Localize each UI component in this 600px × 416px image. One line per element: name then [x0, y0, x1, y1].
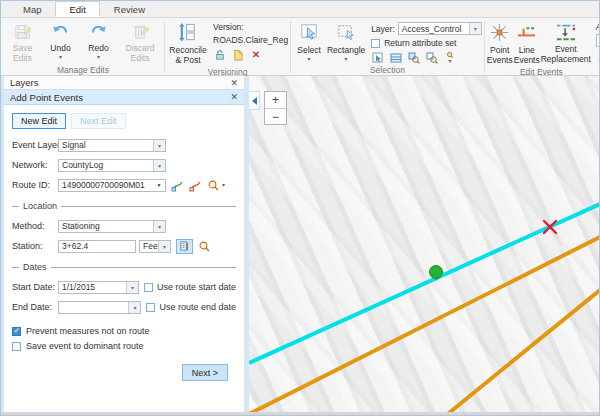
map-canvas[interactable] [249, 76, 600, 414]
group-versioning: Reconcile & Post Version: ROADS.Claire_R… [165, 19, 290, 75]
panel-title-bar[interactable]: Add Point Events ✕ [4, 90, 244, 105]
panel-body: New Edit Next Edit Event Layer: Signal ▾… [4, 105, 244, 381]
location-section-label: Location [23, 201, 57, 211]
use-route-end-date-checkbox[interactable] [146, 303, 155, 312]
station-units-select[interactable]: Feet ▾ [139, 240, 171, 253]
layer-select[interactable]: Access_Control ▾ [398, 22, 482, 35]
collapse-panel-button[interactable] [249, 91, 260, 110]
chevron-down-icon[interactable]: ▾ [128, 302, 140, 313]
end-date-label: End Date: [12, 302, 58, 312]
select-by-shape-icon[interactable] [371, 51, 385, 64]
tab-review[interactable]: Review [100, 1, 159, 17]
start-date-select[interactable]: 1/1/2015 ▾ [58, 281, 139, 294]
station-row: Station: 3+62.4 Feet ▾ [12, 239, 236, 253]
rectangle-dropdown-caret[interactable]: ▾ [345, 57, 348, 62]
road-orange-line-2[interactable] [444, 290, 600, 414]
attribute-set-label: Attribute Set: [596, 22, 600, 32]
tab-edit[interactable]: Edit [55, 1, 99, 17]
start-date-label: Start Date: [12, 282, 58, 292]
undo-dropdown-caret[interactable]: ▾ [59, 55, 62, 60]
select-next-icon[interactable]: ▾ [443, 51, 457, 64]
method-select[interactable]: Stationing ▾ [58, 220, 166, 233]
app-window: Map Edit Review Save Edits [0, 0, 600, 416]
group-label-selection: Selection [293, 64, 482, 76]
return-attribute-checkbox[interactable] [371, 39, 380, 48]
undo-button[interactable]: Undo ▾ [42, 21, 79, 60]
line-events-icon [516, 22, 537, 45]
layers-panel-header[interactable]: Layers ✕ [4, 76, 244, 90]
pan-to-selection-icon[interactable] [425, 51, 439, 64]
select-icon [299, 22, 320, 45]
rectangle-select-button[interactable]: Rectangle ▾ [326, 21, 366, 62]
group-selection: Select ▾ Rectangle ▾ Layer: [291, 19, 484, 75]
version-label: Version: [213, 22, 288, 33]
new-edit-button[interactable]: New Edit [12, 113, 66, 129]
select-label: Select [297, 46, 321, 56]
select-dropdown-caret[interactable]: ▾ [308, 57, 311, 62]
zoom-in-button[interactable]: + [265, 92, 286, 108]
event-replacement-button[interactable]: Event Replacement [541, 21, 591, 65]
delete-version-icon[interactable]: ✕ [249, 48, 263, 61]
chevron-down-icon[interactable]: ▾ [469, 23, 481, 34]
zoom-to-selection-icon[interactable] [407, 51, 421, 64]
event-layer-label: Event Layer: [12, 140, 58, 150]
attribute-set-select[interactable]: Default ▾ [596, 34, 600, 47]
point-events-button[interactable]: Point Events [487, 21, 513, 66]
chevron-down-icon[interactable]: ▾ [153, 160, 165, 171]
prevent-measures-row: Prevent measures not on route [12, 326, 236, 336]
chevron-down-icon[interactable]: ▾ [153, 140, 165, 151]
new-version-icon[interactable] [231, 48, 245, 61]
ribbon: Map Edit Review Save Edits [1, 1, 599, 76]
event-layer-select[interactable]: Signal ▾ [58, 139, 166, 152]
redo-label: Redo [88, 44, 108, 54]
discard-edits-button[interactable]: Discard Edits [118, 21, 162, 64]
station-input[interactable]: 3+62.4 [58, 240, 136, 253]
prevent-measures-checkbox[interactable] [12, 327, 21, 336]
close-icon[interactable]: ✕ [230, 78, 238, 88]
end-date-row: End Date: ▾ Use route end date [12, 300, 236, 314]
use-route-start-date-checkbox[interactable] [144, 283, 153, 292]
network-select[interactable]: CountyLog ▾ [58, 159, 166, 172]
chevron-down-icon[interactable]: ▾ [158, 241, 170, 252]
map-view[interactable]: + − [249, 76, 600, 414]
route-id-combo[interactable]: 14900000700090M01 ▼ [58, 179, 166, 192]
route-id-row: Route ID: 14900000700090M01 ▼ ▾ [12, 178, 236, 192]
save-edits-button[interactable]: Save Edits [4, 21, 41, 64]
route-highlight-line[interactable] [249, 204, 600, 363]
redo-button[interactable]: Redo ▾ [80, 21, 117, 60]
tab-map[interactable]: Map [9, 1, 55, 17]
select-button[interactable]: Select ▾ [293, 21, 325, 62]
next-edit-button[interactable]: Next Edit [71, 113, 126, 129]
attributes-table-icon[interactable] [389, 51, 403, 64]
location-section-divider: Location [12, 201, 236, 211]
point-events-label: Point Events [487, 46, 513, 66]
zoom-to-station-icon[interactable] [198, 240, 211, 253]
chevron-down-icon[interactable]: ▾ [126, 282, 138, 293]
select-route-on-map-icon[interactable] [171, 179, 184, 192]
zoom-route-caret[interactable]: ▾ [222, 183, 225, 188]
close-icon[interactable]: ✕ [230, 92, 238, 102]
zoom-to-route-icon[interactable]: ▾ [207, 179, 225, 192]
layer-label: Layer: [371, 24, 395, 34]
zoom-out-button[interactable]: − [265, 108, 286, 124]
dominant-route-checkbox[interactable] [12, 342, 21, 351]
network-label: Network: [12, 160, 58, 170]
next-button[interactable]: Next > [182, 364, 228, 381]
combo-arrow-icon[interactable]: ▼ [153, 180, 165, 191]
unlock-version-icon[interactable] [213, 48, 227, 61]
rectangle-select-icon [336, 22, 357, 45]
station-picker-tool[interactable] [176, 239, 193, 254]
road-orange-line-1[interactable] [249, 237, 600, 414]
method-value: Stationing [59, 221, 153, 231]
redo-dropdown-caret[interactable]: ▾ [97, 55, 100, 60]
line-events-button[interactable]: Line Events [514, 21, 540, 66]
reconcile-post-button[interactable]: Reconcile & Post [167, 21, 209, 66]
chevron-down-icon[interactable]: ▾ [153, 221, 165, 232]
page-title: Add Point Events [10, 92, 83, 103]
event-layer-value: Signal [59, 140, 153, 150]
point-events-icon [489, 22, 510, 45]
end-date-select[interactable]: ▾ [58, 301, 141, 314]
reconcile-post-label: Reconcile & Post [167, 46, 209, 66]
clear-route-icon[interactable] [189, 179, 202, 192]
split-event-icon[interactable] [596, 50, 600, 63]
